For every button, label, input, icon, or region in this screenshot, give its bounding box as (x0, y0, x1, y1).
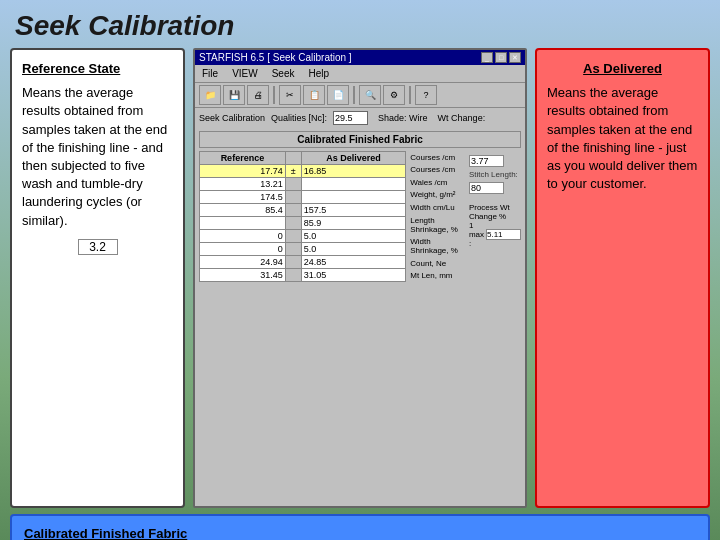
table-row: 174.5 (200, 191, 406, 204)
toolbar-btn-5[interactable]: 📋 (303, 85, 325, 105)
col-header-icon (285, 152, 301, 165)
row-label-mt-len: Mt Len, mm (410, 271, 465, 280)
window-title: STARFISH 6.5 [ Seek Calibration ] (199, 52, 352, 63)
del-val (301, 191, 405, 204)
as-delivered-box: As Delivered Means the average results o… (535, 48, 710, 508)
ref-val: 13.21 (200, 178, 286, 191)
side-field-1 (469, 155, 521, 167)
menu-view[interactable]: VIEW (229, 67, 261, 80)
del-val: 31.05 (301, 269, 405, 282)
ref-val: 85.4 (200, 204, 286, 217)
spin-ctrl[interactable] (285, 204, 301, 217)
toolbar-btn-8[interactable]: ⚙ (383, 85, 405, 105)
seek-label: Seek Calibration (199, 113, 265, 123)
close-button[interactable]: ✕ (509, 52, 521, 63)
menu-file[interactable]: File (199, 67, 221, 80)
toolbar-separator-1 (273, 86, 275, 104)
del-val (301, 178, 405, 191)
row-label-width: Width cm/Lu (410, 203, 465, 212)
row-label-wales: Wales /cm (410, 178, 465, 187)
toolbar-separator-2 (353, 86, 355, 104)
window-title-bar: STARFISH 6.5 [ Seek Calibration ] _ □ ✕ (195, 50, 525, 65)
ref-val: 17.74 (200, 165, 286, 178)
wt-change-label: Wt Change: (438, 113, 486, 123)
menu-seek[interactable]: Seek (269, 67, 298, 80)
table-row: 85.9 (200, 217, 406, 230)
shade-label: Shade: Wire (378, 113, 428, 123)
spin-ctrl[interactable]: ± (285, 165, 301, 178)
page-title: Seek Calibration (0, 0, 720, 48)
data-table: Reference As Delivered 17.74 ± 16.85 13.… (199, 151, 406, 282)
toolbar: 📁 💾 🖨 ✂ 📋 📄 🔍 ⚙ ? (195, 83, 525, 108)
ref-extra-input[interactable] (78, 239, 118, 255)
table-row: 24.94 24.85 (200, 256, 406, 269)
process-label: Process Wt Change % (469, 203, 521, 221)
ref-val: 0 (200, 243, 286, 256)
toolbar-btn-4[interactable]: ✂ (279, 85, 301, 105)
table-row: 85.4 157.5 (200, 204, 406, 217)
side-fields: Stitch Length: Process Wt Change % 1 max… (469, 155, 521, 282)
table-row: 0 5.0 (200, 243, 406, 256)
row-label-count: Count, Ne (410, 259, 465, 268)
process-value: 1 max : (469, 221, 521, 248)
spin-ctrl[interactable] (285, 243, 301, 256)
row-label-width-shrink: Width Shrinkage, % (410, 237, 465, 255)
ref-val: 24.94 (200, 256, 286, 269)
side-input-2[interactable] (469, 182, 504, 194)
qualities-label: Qualities [Nc]: (271, 113, 327, 123)
row-labels: Courses /cm Courses /cm Wales /cm Weight… (410, 151, 465, 282)
table-row: 13.21 (200, 178, 406, 191)
table-row: 0 5.0 (200, 230, 406, 243)
ref-val: 31.45 (200, 269, 286, 282)
del-val: 16.85 (301, 165, 405, 178)
bottom-title: Calibrated Finished Fabric (24, 524, 696, 540)
maximize-button[interactable]: □ (495, 52, 507, 63)
process-value-input[interactable] (486, 229, 521, 240)
del-val: 5.0 (301, 230, 405, 243)
table-row: 31.45 31.05 (200, 269, 406, 282)
reference-state-text: Means the average results obtained from … (22, 84, 173, 230)
reference-state-title: Reference State (22, 60, 173, 78)
spin-ctrl[interactable] (285, 191, 301, 204)
toolbar-btn-2[interactable]: 💾 (223, 85, 245, 105)
qualities-input[interactable] (333, 111, 368, 125)
del-val: 24.85 (301, 256, 405, 269)
ref-val: 0 (200, 230, 286, 243)
data-panel: Calibrated Finished Fabric Reference As … (195, 128, 525, 506)
toolbar-btn-9[interactable]: ? (415, 85, 437, 105)
bottom-annotation-box: Calibrated Finished Fabric This is where… (10, 514, 710, 540)
spin-ctrl[interactable] (285, 178, 301, 191)
side-field-2 (469, 182, 521, 194)
menu-help[interactable]: Help (305, 67, 332, 80)
as-delivered-text: Means the average results obtained from … (547, 84, 698, 193)
table-row: 17.74 ± 16.85 (200, 165, 406, 178)
toolbar-btn-7[interactable]: 🔍 (359, 85, 381, 105)
seek-fields-row: Seek Calibration Qualities [Nc]: Shade: … (195, 108, 525, 128)
toolbar-btn-6[interactable]: 📄 (327, 85, 349, 105)
spin-ctrl[interactable] (285, 217, 301, 230)
side-input-1[interactable] (469, 155, 504, 167)
row-label-weight: Weight, g/m² (410, 190, 465, 199)
spin-ctrl[interactable] (285, 256, 301, 269)
del-val: 157.5 (301, 204, 405, 217)
spin-ctrl[interactable] (285, 269, 301, 282)
stitch-length-label: Stitch Length: (469, 170, 518, 179)
spin-ctrl[interactable] (285, 230, 301, 243)
row-label-courses: Courses /cm (410, 153, 465, 162)
menu-bar: File VIEW Seek Help (195, 65, 525, 83)
process-wt-change: Process Wt Change % 1 max : (469, 203, 521, 248)
toolbar-btn-1[interactable]: 📁 (199, 85, 221, 105)
row-label-length-shrink: Length Shrinkage, % (410, 216, 465, 234)
as-delivered-title: As Delivered (547, 60, 698, 78)
toolbar-btn-3[interactable]: 🖨 (247, 85, 269, 105)
col-header-ref: Reference (200, 152, 286, 165)
reference-state-box: Reference State Means the average result… (10, 48, 185, 508)
minimize-button[interactable]: _ (481, 52, 493, 63)
side-field-stitch-length: Stitch Length: (469, 170, 521, 179)
col-header-delivered: As Delivered (301, 152, 405, 165)
panel-title: Calibrated Finished Fabric (199, 131, 521, 148)
software-window: STARFISH 6.5 [ Seek Calibration ] _ □ ✕ … (193, 48, 527, 508)
ref-val: 174.5 (200, 191, 286, 204)
del-val: 85.9 (301, 217, 405, 230)
row-label-courses2: Courses /cm (410, 165, 465, 174)
